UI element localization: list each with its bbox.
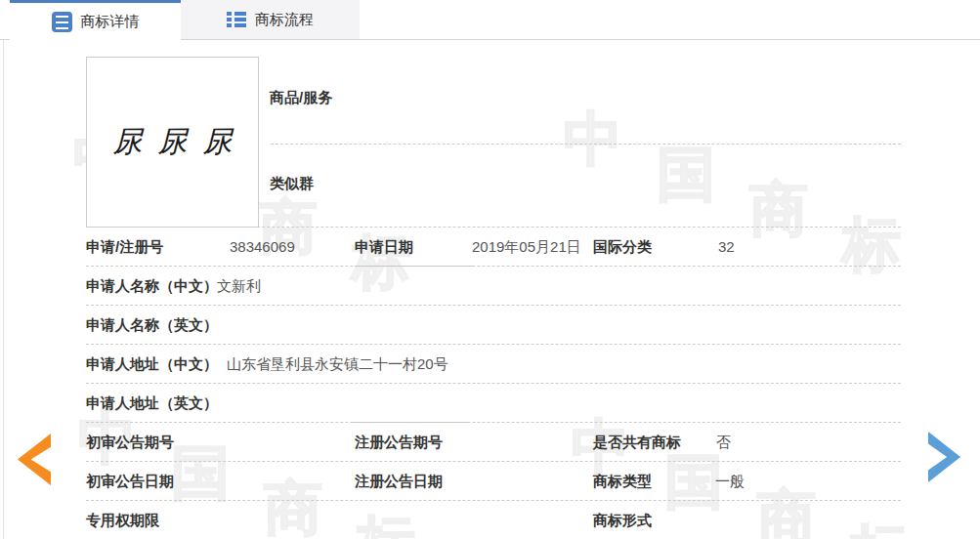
field-value: 38346069 (230, 228, 295, 267)
field-label: 国际分类 (593, 228, 652, 267)
field-label: 注册公告期号 (355, 423, 443, 462)
field-label: 注册公告日期 (355, 462, 443, 501)
field-value: 否 (716, 423, 731, 462)
separator-solid (355, 266, 474, 267)
field-label: 是否共有商标 (593, 423, 681, 462)
field-label: 专用权期限 (86, 501, 159, 539)
table-row: 初审公告期号 注册公告期号 是否共有商标 否 (86, 423, 901, 462)
separator-dashed (271, 144, 901, 145)
tab-bar: 商标详情 商标流程 (0, 0, 980, 40)
table-row: 申请人地址（英文） (86, 384, 901, 423)
field-label: 商标类型 (593, 462, 652, 501)
field-label: 初审公告日期 (86, 462, 174, 501)
field-value: 2019年05月21日 (472, 228, 581, 267)
field-value: 文新利 (217, 267, 261, 306)
tab-label: 商标详情 (81, 13, 140, 31)
field-label: 商标形式 (593, 501, 652, 539)
goods-services-label: 商品/服务 (270, 89, 332, 107)
separator-solid (352, 422, 469, 423)
trademark-image-text: 尿尿尿 (98, 122, 248, 162)
field-label: 申请人名称（英文） (86, 306, 218, 345)
trademark-image-box: 尿尿尿 (86, 57, 259, 228)
field-value: 32 (718, 228, 735, 267)
field-label: 初审公告期号 (86, 423, 174, 462)
field-label: 申请人地址（英文） (86, 384, 218, 423)
watermark-char: 国 (657, 143, 715, 205)
watermark-char: 中 (564, 107, 622, 170)
tab-trademark-details[interactable]: 商标详情 (10, 0, 181, 40)
table-row: 申请/注册号 38346069 申请日期 2019年05月21日 国际分类 32 (86, 228, 901, 267)
table-row: 专用权期限 商标形式 (86, 501, 901, 539)
table-row: 申请人名称（中文） 文新利 (86, 267, 901, 306)
field-label: 申请日期 (355, 228, 413, 267)
field-value: 一般 (715, 462, 745, 501)
chevron-left-icon[interactable] (18, 434, 51, 485)
panel-left-border (3, 40, 4, 539)
field-label: 申请/注册号 (86, 228, 163, 267)
table-row: 初审公告日期 注册公告日期 商标类型 一般 (86, 462, 901, 501)
similar-group-label: 类似群 (270, 175, 314, 193)
table-row: 申请人名称（英文） (86, 306, 901, 345)
chevron-right-icon[interactable] (928, 432, 960, 482)
tab-label: 商标流程 (255, 11, 314, 29)
document-lines-icon (52, 12, 72, 32)
field-label: 申请人名称（中文） (86, 267, 218, 306)
tab-trademark-process[interactable]: 商标流程 (181, 0, 360, 39)
field-label: 申请人地址（中文） (86, 345, 218, 384)
field-value: 山东省垦利县永安镇二十一村20号 (227, 345, 448, 384)
table-row: 申请人地址（中文） 山东省垦利县永安镇二十一村20号 (86, 345, 901, 384)
list-icon (227, 10, 246, 29)
